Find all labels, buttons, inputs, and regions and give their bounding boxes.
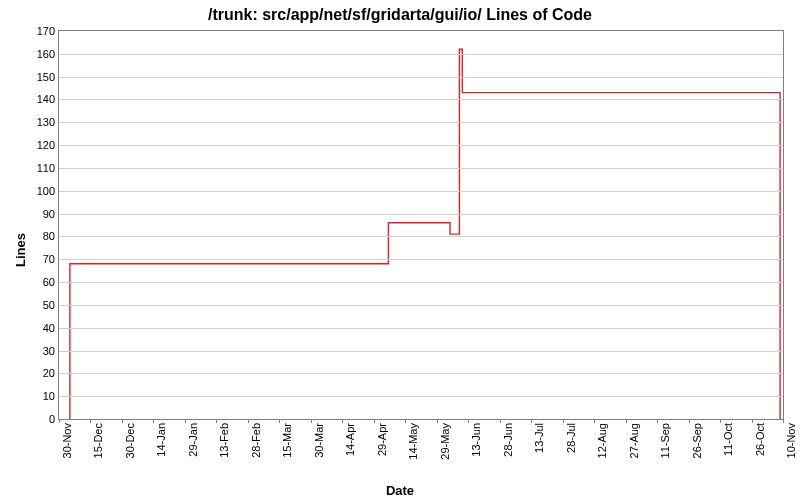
- x-tick: 14-May: [407, 423, 419, 460]
- gridline: [59, 191, 783, 192]
- gridline: [59, 328, 783, 329]
- y-tick: 90: [43, 208, 55, 220]
- x-tick: 14-Jan: [155, 423, 167, 457]
- x-tick-mark: [657, 419, 658, 423]
- y-tick: 30: [43, 345, 55, 357]
- x-tick: 10-Nov: [785, 423, 797, 458]
- x-tick-mark: [374, 419, 375, 423]
- y-tick: 60: [43, 276, 55, 288]
- x-tick: 11-Oct: [722, 423, 734, 456]
- x-tick: 29-Apr: [376, 423, 388, 456]
- x-tick-mark: [783, 419, 784, 423]
- y-tick: 70: [43, 253, 55, 265]
- chart-title: /trunk: src/app/net/sf/gridarta/gui/io/ …: [0, 6, 800, 24]
- x-tick-mark: [594, 419, 595, 423]
- x-tick: 15-Mar: [281, 423, 293, 458]
- chart-container: /trunk: src/app/net/sf/gridarta/gui/io/ …: [0, 0, 800, 500]
- x-tick: 28-Jun: [502, 423, 514, 457]
- y-axis-label: Lines: [13, 233, 28, 267]
- y-tick: 170: [37, 25, 55, 37]
- x-tick: 15-Dec: [92, 423, 104, 458]
- x-tick: 29-May: [439, 423, 451, 460]
- gridline: [59, 236, 783, 237]
- x-tick-mark: [626, 419, 627, 423]
- x-tick: 30-Dec: [124, 423, 136, 458]
- gridline: [59, 77, 783, 78]
- x-tick: 28-Feb: [250, 423, 262, 458]
- gridline: [59, 54, 783, 55]
- x-tick-mark: [437, 419, 438, 423]
- gridline: [59, 305, 783, 306]
- gridline: [59, 168, 783, 169]
- y-tick: 10: [43, 390, 55, 402]
- gridline: [59, 214, 783, 215]
- x-tick: 12-Aug: [596, 423, 608, 458]
- x-tick: 13-Jun: [470, 423, 482, 457]
- x-tick: 28-Jul: [565, 423, 577, 453]
- y-tick: 130: [37, 116, 55, 128]
- x-tick-mark: [563, 419, 564, 423]
- x-tick: 26-Sep: [691, 423, 703, 458]
- x-tick: 30-Mar: [313, 423, 325, 458]
- x-axis-label: Date: [0, 483, 800, 498]
- x-tick: 29-Jan: [187, 423, 199, 457]
- y-tick: 50: [43, 299, 55, 311]
- y-tick: 80: [43, 230, 55, 242]
- line-series: [59, 31, 783, 419]
- series-line: [70, 49, 780, 419]
- gridline: [59, 396, 783, 397]
- x-tick-mark: [122, 419, 123, 423]
- y-tick: 140: [37, 93, 55, 105]
- y-tick: 20: [43, 367, 55, 379]
- x-tick: 13-Feb: [218, 423, 230, 458]
- gridline: [59, 282, 783, 283]
- x-tick-mark: [720, 419, 721, 423]
- x-tick-mark: [248, 419, 249, 423]
- y-tick: 0: [49, 413, 55, 425]
- gridline: [59, 373, 783, 374]
- x-tick: 13-Jul: [533, 423, 545, 453]
- gridline: [59, 99, 783, 100]
- x-tick-mark: [752, 419, 753, 423]
- x-tick-mark: [689, 419, 690, 423]
- x-tick: 14-Apr: [344, 423, 356, 456]
- x-tick-mark: [500, 419, 501, 423]
- y-tick: 160: [37, 48, 55, 60]
- y-tick: 40: [43, 322, 55, 334]
- plot-area: 0102030405060708090100110120130140150160…: [58, 30, 784, 420]
- x-tick: 30-Nov: [61, 423, 73, 458]
- x-tick: 26-Oct: [754, 423, 766, 456]
- y-tick: 150: [37, 71, 55, 83]
- y-tick: 110: [37, 162, 55, 174]
- x-tick: 11-Sep: [659, 423, 671, 458]
- x-tick-mark: [59, 419, 60, 423]
- gridline: [59, 145, 783, 146]
- x-tick: 27-Aug: [628, 423, 640, 458]
- gridline: [59, 259, 783, 260]
- gridline: [59, 122, 783, 123]
- y-tick: 100: [37, 185, 55, 197]
- gridline: [59, 351, 783, 352]
- y-tick: 120: [37, 139, 55, 151]
- x-tick-mark: [185, 419, 186, 423]
- x-tick-mark: [311, 419, 312, 423]
